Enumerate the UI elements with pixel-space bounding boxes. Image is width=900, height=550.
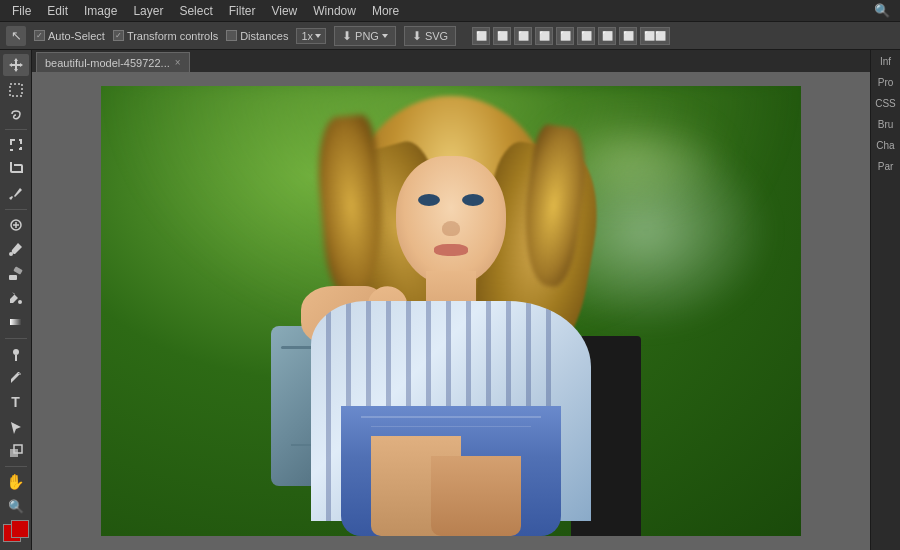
panel-btn-properties[interactable]: Pro — [876, 75, 896, 90]
align-left-edges-icon[interactable]: ⬜ — [472, 27, 490, 45]
left-eye — [418, 194, 440, 206]
tab-filename: beautiful-model-459722... — [45, 57, 170, 69]
toolbar-separator-4 — [5, 466, 27, 467]
panel-btn-brush[interactable]: Bru — [876, 117, 896, 132]
nose — [442, 221, 460, 236]
tool-dodge[interactable] — [3, 342, 29, 364]
tool-gradient[interactable] — [3, 311, 29, 333]
tool-healing[interactable] — [3, 214, 29, 236]
tool-move[interactable] — [3, 54, 29, 76]
export-png-button[interactable]: ⬇ PNG — [334, 26, 396, 46]
transform-controls-checkbox[interactable] — [113, 30, 124, 41]
svg-rect-0 — [10, 84, 22, 96]
tool-shape[interactable] — [3, 440, 29, 462]
align-vertical-centers-icon[interactable]: ⬜ — [556, 27, 574, 45]
color-swatches[interactable] — [3, 520, 29, 542]
align-centers-icon[interactable]: ⬜ — [493, 27, 511, 45]
face — [396, 156, 506, 286]
menu-select[interactable]: Select — [171, 2, 220, 20]
toolbar-separator-3 — [5, 338, 27, 339]
tool-lasso[interactable] — [3, 103, 29, 125]
tool-pen[interactable] — [3, 367, 29, 389]
menu-window[interactable]: Window — [305, 2, 364, 20]
canvas-viewport[interactable] — [32, 72, 870, 550]
svg-rect-3 — [9, 275, 17, 280]
tool-eyedropper[interactable] — [3, 183, 29, 205]
leg-right — [431, 456, 521, 536]
export-svg-button[interactable]: ⬇ SVG — [404, 26, 456, 46]
menu-edit[interactable]: Edit — [39, 2, 76, 20]
toolbar-separator-1 — [5, 129, 27, 130]
main-area: T ✋ 🔍 beautiful-model-459722... × — [0, 50, 900, 550]
auto-select-label: Auto-Select — [48, 30, 105, 42]
transform-icons-group: ⬜ ⬜ ⬜ ⬜ ⬜ ⬜ ⬜ ⬜ ⬜⬜ — [472, 27, 670, 45]
jeans-detail-2 — [371, 426, 531, 427]
foreground-color-swatch[interactable] — [11, 520, 29, 538]
png-label: PNG — [355, 30, 379, 42]
panel-btn-info[interactable]: Inf — [878, 54, 893, 69]
zoom-value: 1x — [301, 30, 313, 42]
menu-filter[interactable]: Filter — [221, 2, 264, 20]
align-bottom-edges-icon[interactable]: ⬜ — [577, 27, 595, 45]
jeans-detail-1 — [361, 416, 541, 418]
tool-eraser[interactable] — [3, 262, 29, 284]
person — [241, 86, 661, 536]
distances-label: Distances — [240, 30, 288, 42]
panel-btn-channels[interactable]: Cha — [874, 138, 896, 153]
zoom-arrow-icon — [315, 34, 321, 38]
search-icon[interactable]: 🔍 — [868, 3, 896, 18]
svg-rect-2 — [13, 266, 22, 274]
tool-hand[interactable]: ✋ — [3, 471, 29, 493]
toolbar-separator-2 — [5, 209, 27, 210]
canvas-image-container — [101, 86, 801, 536]
document-tab[interactable]: beautiful-model-459722... × — [36, 52, 190, 72]
menu-file[interactable]: File — [4, 2, 39, 20]
tool-crop[interactable] — [3, 158, 29, 180]
menu-more[interactable]: More — [364, 2, 407, 20]
auto-select-checkbox[interactable] — [34, 30, 45, 41]
right-eye — [462, 194, 484, 206]
shirt-stripe-1 — [326, 301, 331, 521]
panel-btn-parameters[interactable]: Par — [876, 159, 896, 174]
tool-text[interactable]: T — [3, 391, 29, 413]
tool-transform[interactable] — [3, 134, 29, 156]
download-png-icon: ⬇ — [342, 29, 352, 43]
tool-zoom[interactable]: 🔍 — [3, 495, 29, 517]
tool-path-select[interactable] — [3, 415, 29, 437]
menu-view[interactable]: View — [263, 2, 305, 20]
align-right-edges-icon[interactable]: ⬜ — [514, 27, 532, 45]
right-panel: Inf Pro CSS Bru Cha Par — [870, 50, 900, 550]
panel-btn-css[interactable]: CSS — [873, 96, 898, 111]
menu-layer[interactable]: Layer — [125, 2, 171, 20]
distribute-vertical-icon[interactable]: ⬜ — [619, 27, 637, 45]
photo-canvas — [101, 86, 801, 536]
canvas-area: beautiful-model-459722... × — [32, 50, 870, 550]
transform-controls-option[interactable]: Transform controls — [113, 30, 218, 42]
download-svg-icon: ⬇ — [412, 29, 422, 43]
tab-bar: beautiful-model-459722... × — [32, 50, 870, 72]
distances-checkbox[interactable] — [226, 30, 237, 41]
distribute-spacing-icon[interactable]: ⬜⬜ — [640, 27, 670, 45]
lips — [434, 244, 468, 256]
active-tool-indicator: ↖ — [6, 26, 26, 46]
left-toolbar: T ✋ 🔍 — [0, 50, 32, 550]
png-arrow-icon — [382, 34, 388, 38]
tab-close-button[interactable]: × — [175, 57, 181, 68]
menu-image[interactable]: Image — [76, 2, 125, 20]
auto-select-option[interactable]: Auto-Select — [34, 30, 105, 42]
tool-fill[interactable] — [3, 287, 29, 309]
menu-bar: File Edit Image Layer Select Filter View… — [0, 0, 900, 22]
distances-option[interactable]: Distances — [226, 30, 288, 42]
transform-controls-label: Transform controls — [127, 30, 218, 42]
svg-rect-4 — [10, 319, 22, 325]
svg-point-5 — [13, 349, 19, 355]
zoom-dropdown[interactable]: 1x — [296, 28, 326, 44]
options-bar: ↖ Auto-Select Transform controls Distanc… — [0, 22, 900, 50]
tool-marquee[interactable] — [3, 78, 29, 100]
tool-brush[interactable] — [3, 238, 29, 260]
distribute-horizontal-icon[interactable]: ⬜ — [598, 27, 616, 45]
svg-label: SVG — [425, 30, 448, 42]
align-top-edges-icon[interactable]: ⬜ — [535, 27, 553, 45]
